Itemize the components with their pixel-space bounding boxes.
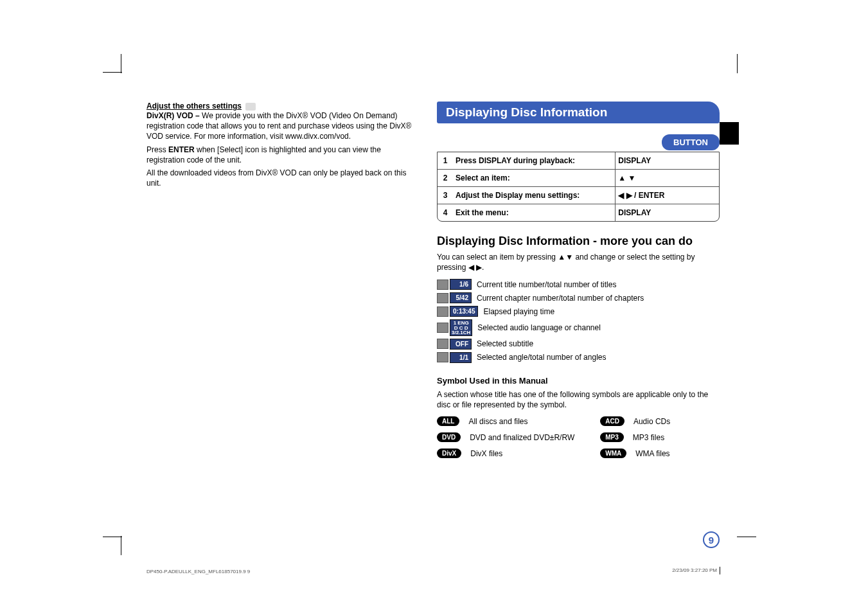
step-button: ◀ ▶ / ENTER <box>615 187 719 204</box>
step-description: Adjust the Display menu settings: <box>453 187 615 204</box>
osd-icon <box>437 352 448 362</box>
section-heading: Adjust the others settings <box>146 102 416 111</box>
osd-badge: OFF <box>450 339 472 350</box>
osd-icon <box>437 293 448 303</box>
footer-right: 2/23/09 3:27:20 PM <box>672 567 720 574</box>
osd-icon <box>437 306 448 317</box>
divx-icon <box>245 103 256 111</box>
paragraph-divx-vod: DivX(R) VOD – We provide you with the Di… <box>146 111 416 142</box>
symbol-label: DivX files <box>470 449 502 458</box>
page-title: Displaying Disc Information <box>437 102 720 123</box>
osd-text: Selected angle/total number of angles <box>477 353 606 362</box>
osd-text: Current title number/total number of tit… <box>477 280 616 289</box>
step-button: DISPLAY <box>615 152 719 169</box>
osd-row: OFFSelected subtitle <box>437 339 720 350</box>
step-number: 1 <box>438 152 453 169</box>
osd-badge: 1/6 <box>450 279 472 290</box>
symbol-row: ALLAll discs and files <box>437 416 574 426</box>
header-bar: Displaying Disc Information <box>437 102 720 123</box>
footer-mark <box>720 567 720 574</box>
footer-right-text: 2/23/09 3:27:20 PM <box>672 567 717 573</box>
osd-badge: 1 ENGD C D3/2.1CH <box>450 319 472 336</box>
symbol-row: WMAWMA files <box>600 449 670 458</box>
paragraph-downloaded: All the downloaded videos from DivX® VOD… <box>146 168 416 188</box>
intro-text: You can select an item by pressing ▲▼ an… <box>437 252 720 272</box>
symbol-label: WMA files <box>635 449 669 458</box>
paragraph-enter: Press ENTER when [Select] icon is highli… <box>146 145 416 165</box>
osd-icon <box>437 280 448 290</box>
button-column-header: BUTTON <box>662 134 720 150</box>
symbol-row: DivXDivX files <box>437 449 574 458</box>
symbol-intro: A section whose title has one of the fol… <box>437 389 720 410</box>
crop-mark <box>737 537 756 537</box>
symbol-pill: DVD <box>437 432 461 442</box>
osd-badge: 0:13:45 <box>450 306 478 317</box>
crop-mark <box>737 54 738 73</box>
osd-text: Selected subtitle <box>477 339 533 348</box>
osd-list: 1/6Current title number/total number of … <box>437 279 720 363</box>
edge-tab <box>720 122 739 145</box>
table-row: 4Exit the menu:DISPLAY <box>438 204 719 221</box>
step-description: Exit the menu: <box>453 204 615 221</box>
symbol-label: DVD and finalized DVD±R/RW <box>470 433 574 442</box>
symbol-pill: WMA <box>600 449 626 458</box>
symbol-row: MP3MP3 files <box>600 432 670 442</box>
crop-mark <box>103 72 122 73</box>
para2-bold: ENTER <box>168 145 195 154</box>
symbol-label: All discs and files <box>468 417 527 426</box>
table-row: 1Press DISPLAY during playback:DISPLAY <box>438 152 719 169</box>
osd-text: Current chapter number/total number of c… <box>477 294 644 303</box>
step-number: 3 <box>438 187 453 204</box>
osd-badge: 5/42 <box>450 292 472 303</box>
symbol-label: Audio CDs <box>633 417 670 426</box>
symbol-pill: MP3 <box>600 432 624 442</box>
osd-row: 1/1Selected angle/total number of angles <box>437 352 720 363</box>
symbol-pill: ALL <box>437 416 459 426</box>
step-description: Select an item: <box>453 170 615 186</box>
table-row: 3Adjust the Display menu settings:◀ ▶ / … <box>438 186 719 204</box>
crop-mark <box>121 54 121 73</box>
symbol-label: MP3 files <box>633 433 664 442</box>
symbols-right-column: ACDAudio CDsMP3MP3 filesWMAWMA files <box>600 416 670 458</box>
symbol-pill: DivX <box>437 449 461 458</box>
symbols-left-column: ALLAll discs and filesDVDDVD and finaliz… <box>437 416 574 458</box>
page-number: 9 <box>703 531 720 548</box>
step-button: DISPLAY <box>615 204 719 221</box>
step-description: Press DISPLAY during playback: <box>453 152 615 169</box>
crop-mark <box>103 537 122 537</box>
symbol-row: DVDDVD and finalized DVD±R/RW <box>437 432 574 442</box>
step-number: 2 <box>438 170 453 186</box>
osd-icon <box>437 339 448 349</box>
osd-badge: 1/1 <box>450 352 472 363</box>
subheading: Displaying Disc Information - more you c… <box>437 235 720 248</box>
symbol-row: ACDAudio CDs <box>600 416 670 426</box>
footer-left: DP450-P.ADEULLK_ENG_MFL61857019.9 9 <box>146 569 250 574</box>
osd-text: Elapsed playing time <box>483 307 554 316</box>
step-number: 4 <box>438 204 453 221</box>
osd-row: 5/42Current chapter number/total number … <box>437 292 720 303</box>
osd-row: 1/6Current title number/total number of … <box>437 279 720 290</box>
osd-icon <box>437 323 448 333</box>
table-row: 2Select an item:▲ ▼ <box>438 169 719 186</box>
osd-row: 0:13:45Elapsed playing time <box>437 306 720 317</box>
section-title: Adjust the others settings <box>146 102 242 111</box>
crop-mark <box>121 536 121 555</box>
symbol-heading: Symbol Used in this Manual <box>437 376 720 386</box>
symbol-pill: ACD <box>600 416 624 426</box>
steps-table: 1Press DISPLAY during playback:DISPLAY2S… <box>437 152 720 222</box>
step-button: ▲ ▼ <box>615 170 719 186</box>
osd-row: 1 ENGD C D3/2.1CHSelected audio language… <box>437 319 720 336</box>
para2-prefix: Press <box>146 145 168 154</box>
osd-text: Selected audio language or channel <box>477 323 600 332</box>
